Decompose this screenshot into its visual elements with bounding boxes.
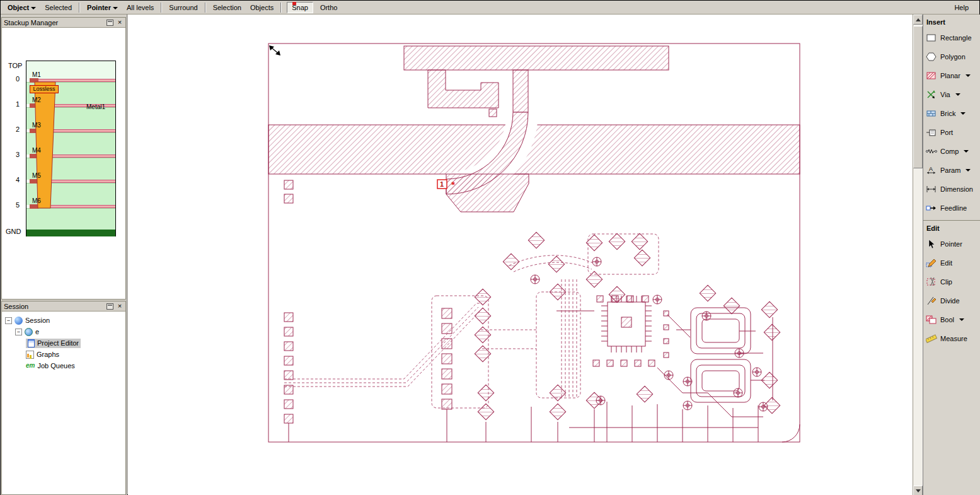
tool-label: Pointer xyxy=(940,240,962,248)
tree-node-e[interactable]: − e xyxy=(2,326,125,337)
layout-editor-canvas[interactable]: 1 * xyxy=(128,15,913,495)
collapse-icon[interactable]: − xyxy=(15,329,22,335)
vertical-scrollbar[interactable] xyxy=(913,15,923,495)
stackup-titlebar[interactable]: Stackup Manager × xyxy=(2,18,125,28)
tree-node-job-queues[interactable]: em Job Queues xyxy=(2,360,125,371)
surround-button[interactable]: Surround xyxy=(167,3,199,13)
tool-panel: Insert Rectangle Polygon Planar Via Bric… xyxy=(923,15,980,495)
tool-label: Polygon xyxy=(940,53,966,61)
all-levels-button[interactable]: All levels xyxy=(125,3,156,13)
insert-dimension-button[interactable]: Dimension xyxy=(923,180,980,199)
planar-icon xyxy=(926,71,937,81)
insert-planar-button[interactable]: Planar xyxy=(923,66,980,85)
port-number: 1 xyxy=(440,180,444,188)
session-title: Session xyxy=(4,303,104,310)
scroll-up-button[interactable] xyxy=(913,15,923,25)
insert-polygon-button[interactable]: Polygon xyxy=(923,47,980,66)
edit-measure-button[interactable]: Measure xyxy=(923,329,980,348)
project-icon xyxy=(25,328,33,336)
pointer-icon xyxy=(926,239,937,249)
level-number: 0 xyxy=(8,75,20,83)
snap-toggle-button[interactable]: Snap xyxy=(287,2,313,13)
metal-name: M4 xyxy=(32,147,41,154)
insert-comp-button[interactable]: Comp xyxy=(923,142,980,161)
tool-label: Clip xyxy=(940,278,952,286)
top-toolbar: Object Selected Pointer All levels Surro… xyxy=(1,1,979,15)
pcb-layout-drawing[interactable]: 1 * xyxy=(128,15,913,495)
stackup-title: Stackup Manager xyxy=(4,19,104,26)
tree-label: Session xyxy=(25,317,50,324)
scroll-down-button[interactable] xyxy=(913,486,923,495)
objects-button[interactable]: Objects xyxy=(248,3,275,13)
selection-button[interactable]: Selection xyxy=(211,3,243,13)
tool-label: Rectangle xyxy=(940,34,972,42)
circuit-layout[interactable] xyxy=(284,232,780,442)
stackup-cross-section[interactable]: M1 M2 M3 M4 M5 M6 Metal1 Lossless xyxy=(26,61,116,236)
param-icon: A xyxy=(926,165,937,175)
edit-divide-button[interactable]: Divide xyxy=(923,291,980,310)
pointer-menu-button[interactable]: Pointer xyxy=(85,3,120,13)
feedline-icon xyxy=(926,203,937,213)
left-band-pads[interactable] xyxy=(284,180,293,203)
insert-rectangle-button[interactable]: Rectangle xyxy=(923,28,980,47)
tool-label: Measure xyxy=(940,335,967,342)
edit-pointer-button[interactable]: Pointer xyxy=(923,235,980,253)
ic-footprint xyxy=(601,296,652,352)
tool-label: Via xyxy=(940,91,950,98)
metal-name: M2 xyxy=(32,96,41,103)
tree-node-session[interactable]: − Session xyxy=(2,315,125,326)
insert-via-button[interactable]: Via xyxy=(923,85,980,104)
tool-label: Feedline xyxy=(940,204,967,212)
chevron-down-icon xyxy=(31,7,36,9)
graphs-icon xyxy=(26,351,34,359)
float-panel-icon[interactable] xyxy=(107,20,113,26)
tree-label: e xyxy=(35,328,39,335)
edit-bool-button[interactable]: Bool xyxy=(923,310,980,329)
tree-node-graphs[interactable]: Graphs xyxy=(2,349,125,360)
collapse-icon[interactable]: − xyxy=(5,317,12,324)
edit-clip-button[interactable]: Clip xyxy=(923,272,980,291)
pointer-label: Pointer xyxy=(87,4,111,11)
tool-label: Brick xyxy=(940,110,955,117)
dropdown-arrow-icon[interactable] xyxy=(966,74,971,77)
brick-icon xyxy=(926,108,937,119)
object-menu-button[interactable]: Object xyxy=(6,3,38,13)
tool-label: Divide xyxy=(940,297,960,305)
insert-brick-button[interactable]: Brick xyxy=(923,104,980,123)
close-icon[interactable]: × xyxy=(116,303,124,310)
port-1-marker[interactable]: 1 * xyxy=(437,179,455,190)
dropdown-arrow-icon[interactable] xyxy=(960,112,966,115)
toolbar-separator xyxy=(161,3,162,13)
dropdown-arrow-icon[interactable] xyxy=(966,169,971,172)
comp-icon xyxy=(926,146,937,156)
session-titlebar[interactable]: Session × xyxy=(2,301,125,312)
dropdown-arrow-icon[interactable] xyxy=(959,318,964,321)
close-icon[interactable]: × xyxy=(116,19,124,26)
dropdown-arrow-icon[interactable] xyxy=(964,150,969,153)
antenna-structure[interactable] xyxy=(404,46,669,117)
level-number: 5 xyxy=(8,201,20,209)
insert-param-button[interactable]: A Param xyxy=(923,161,980,180)
tool-label: Port xyxy=(940,129,953,136)
tool-label: Planar xyxy=(940,72,960,79)
resize-cursor-icon xyxy=(269,45,280,55)
port-selected-marker: * xyxy=(451,179,455,190)
tree-label: Project Editor xyxy=(37,339,79,347)
gnd-label: GND xyxy=(6,228,21,235)
bool-icon xyxy=(926,315,937,325)
via-icon xyxy=(926,90,937,100)
stackup-diagram-area[interactable]: TOP 0 1 2 3 4 5 GND Air Substrate Unname… xyxy=(2,28,125,299)
insert-feedline-button[interactable]: Feedline xyxy=(923,199,980,218)
insert-port-button[interactable]: Port xyxy=(923,123,980,142)
metal-name: M5 xyxy=(32,172,41,179)
edit-edit-button[interactable]: Edit xyxy=(923,253,980,272)
help-menu-button[interactable]: Help xyxy=(952,3,971,13)
float-panel-icon[interactable] xyxy=(107,303,113,310)
selected-mode-button[interactable]: Selected xyxy=(43,3,74,13)
dropdown-arrow-icon[interactable] xyxy=(955,93,960,96)
scrollbar-thumb[interactable] xyxy=(913,26,923,168)
ortho-toggle-button[interactable]: Ortho xyxy=(318,3,340,13)
snap-indicator xyxy=(292,2,296,5)
level-number: 3 xyxy=(8,151,20,158)
tree-node-project-editor[interactable]: Project Editor xyxy=(2,337,125,349)
